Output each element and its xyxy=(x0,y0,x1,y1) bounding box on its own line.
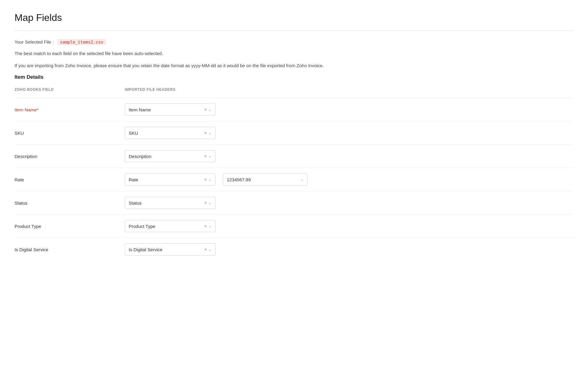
product-type-chevron-icon: ⌄ xyxy=(209,224,212,228)
sku-chevron-icon: ⌄ xyxy=(209,131,212,135)
col-header-zoho-field: ZOHO BOOKS FIELD xyxy=(15,87,117,92)
rate-chevron-icon: ⌄ xyxy=(209,177,212,182)
field-row-description: Description Description × ⌄ xyxy=(15,144,573,168)
field-row-item-name: Item Name* Item Name × ⌄ xyxy=(15,98,573,121)
field-label-sku: SKU xyxy=(15,130,117,136)
col-header-imported-headers: IMPORTED FILE HEADERS xyxy=(125,87,222,92)
info-text-2: If you are importing from Zoho Invoice, … xyxy=(15,62,573,69)
field-label-product-type: Product Type xyxy=(15,224,117,229)
page-title: Map Fields xyxy=(15,12,573,23)
rate-clear-icon[interactable]: × xyxy=(204,177,207,182)
description-select[interactable]: Description × ⌄ xyxy=(125,150,216,162)
item-name-select-value: Item Name xyxy=(129,107,204,112)
item-name-chevron-icon: ⌄ xyxy=(209,107,212,112)
field-label-is-digital-service: Is Digital Service xyxy=(15,247,117,252)
field-label-rate: Rate xyxy=(15,177,117,182)
is-digital-service-select-value: Is Digital Service xyxy=(129,247,204,252)
field-row-rate: Rate Rate × ⌄ 1234567.89 ⌄ xyxy=(15,168,573,191)
description-select-wrapper: Description × ⌄ xyxy=(125,150,216,162)
product-type-select-value: Product Type xyxy=(129,224,204,229)
selected-file-row: Your Selected File : sample_items2.csv xyxy=(15,39,573,44)
rate-select[interactable]: Rate × ⌄ xyxy=(125,173,216,186)
field-label-item-name: Item Name* xyxy=(15,107,117,112)
is-digital-service-select-actions: × ⌄ xyxy=(204,247,212,252)
info-text-1: The best match to each field on the sele… xyxy=(15,50,573,57)
rate-select-value: Rate xyxy=(129,177,204,182)
item-name-clear-icon[interactable]: × xyxy=(204,107,207,112)
sku-select-value: SKU xyxy=(129,130,204,136)
sku-select-actions: × ⌄ xyxy=(204,130,212,135)
item-name-select-actions: × ⌄ xyxy=(204,107,212,112)
field-row-sku: SKU SKU × ⌄ xyxy=(15,121,573,144)
status-select-actions: × ⌄ xyxy=(204,200,212,205)
is-digital-service-chevron-icon: ⌄ xyxy=(209,247,212,252)
is-digital-service-select-wrapper: Is Digital Service × ⌄ xyxy=(125,243,216,255)
product-type-clear-icon[interactable]: × xyxy=(204,224,207,229)
rate-select-actions: × ⌄ xyxy=(204,177,212,182)
rate-select-wrapper: Rate × ⌄ xyxy=(125,173,216,186)
description-select-actions: × ⌄ xyxy=(204,154,212,159)
field-row-status: Status Status × ⌄ xyxy=(15,191,573,214)
status-chevron-icon: ⌄ xyxy=(209,201,212,205)
selected-file-label: Your Selected File : xyxy=(15,39,54,44)
is-digital-service-clear-icon[interactable]: × xyxy=(204,247,207,252)
status-select-value: Status xyxy=(129,200,204,206)
item-name-select[interactable]: Item Name × ⌄ xyxy=(125,104,216,116)
product-type-select-actions: × ⌄ xyxy=(204,224,212,229)
item-name-select-wrapper: Item Name × ⌄ xyxy=(125,104,216,116)
is-digital-service-select[interactable]: Is Digital Service × ⌄ xyxy=(125,243,216,255)
field-row-is-digital-service: Is Digital Service Is Digital Service × … xyxy=(15,238,573,261)
product-type-select[interactable]: Product Type × ⌄ xyxy=(125,220,216,232)
status-clear-icon[interactable]: × xyxy=(204,200,207,205)
sku-select[interactable]: SKU × ⌄ xyxy=(125,127,216,139)
rate-secondary-value: 1234567.89 xyxy=(227,177,301,182)
field-label-description: Description xyxy=(15,154,117,159)
sku-select-wrapper: SKU × ⌄ xyxy=(125,127,216,139)
selected-file-name: sample_items2.csv xyxy=(58,39,106,45)
rate-secondary-select-wrapper: 1234567.89 ⌄ xyxy=(223,173,308,186)
rate-secondary-actions: ⌄ xyxy=(301,177,304,182)
section-divider xyxy=(15,31,573,31)
status-select-wrapper: Status × ⌄ xyxy=(125,197,216,209)
product-type-select-wrapper: Product Type × ⌄ xyxy=(125,220,216,232)
sku-clear-icon[interactable]: × xyxy=(204,130,207,135)
field-label-status: Status xyxy=(15,200,117,206)
rate-secondary-chevron-icon: ⌄ xyxy=(301,177,304,182)
rate-secondary-select[interactable]: 1234567.89 ⌄ xyxy=(223,173,308,186)
description-chevron-icon: ⌄ xyxy=(209,154,212,158)
column-headers: ZOHO BOOKS FIELD IMPORTED FILE HEADERS xyxy=(15,87,573,94)
status-select[interactable]: Status × ⌄ xyxy=(125,197,216,209)
description-select-value: Description xyxy=(129,154,204,159)
section-title: Item Details xyxy=(15,74,573,80)
description-clear-icon[interactable]: × xyxy=(204,154,207,159)
field-row-product-type: Product Type Product Type × ⌄ xyxy=(15,214,573,238)
